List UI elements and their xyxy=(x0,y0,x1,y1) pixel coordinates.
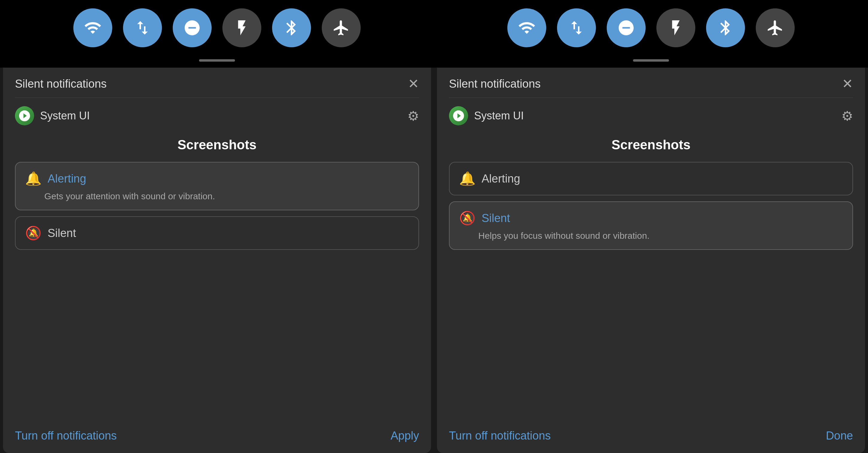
airplane-icon-right[interactable] xyxy=(756,8,795,47)
right-panel: Silent notifications ✕ System UI ⚙ Scree… xyxy=(434,0,868,453)
bluetooth-icon-right[interactable] xyxy=(706,8,745,47)
options-area-right: 🔔 Alerting 🔕 Silent Helps you focus with… xyxy=(437,162,865,419)
app-name-right: System UI xyxy=(474,109,524,122)
bottom-actions-right: Turn off notifications Done xyxy=(437,419,865,453)
drag-bar xyxy=(199,59,235,62)
wifi-icon[interactable] xyxy=(73,8,112,47)
settings-icon-right[interactable]: ⚙ xyxy=(841,108,853,124)
bottom-actions-left: Turn off notifications Apply xyxy=(3,419,431,453)
silent-option-right[interactable]: 🔕 Silent Helps you focus without sound o… xyxy=(449,201,853,250)
data-transfer-icon[interactable] xyxy=(123,8,162,47)
drag-handle-right xyxy=(434,56,868,68)
close-button-left[interactable]: ✕ xyxy=(408,77,419,90)
notification-panel-left: Silent notifications ✕ System UI ⚙ Scree… xyxy=(3,68,431,453)
notif-title-right: Silent notifications xyxy=(449,77,540,90)
app-row-right: System UI ⚙ xyxy=(437,98,865,133)
alerting-option-right[interactable]: 🔔 Alerting xyxy=(449,162,853,195)
alerting-label-right: Alerting xyxy=(482,172,520,185)
silent-label-right: Silent xyxy=(482,212,510,225)
app-row-left: System UI ⚙ xyxy=(3,98,431,133)
quick-settings-right xyxy=(434,0,868,56)
airplane-icon[interactable] xyxy=(322,8,361,47)
turn-off-button-left[interactable]: Turn off notifications xyxy=(15,429,117,442)
alerting-header-left: 🔔 Alerting xyxy=(25,171,409,186)
flashlight-icon[interactable] xyxy=(222,8,261,47)
bluetooth-icon[interactable] xyxy=(272,8,311,47)
quick-settings-left xyxy=(0,0,434,56)
app-info-left: System UI xyxy=(15,106,90,125)
section-title-left: Screenshots xyxy=(3,133,431,162)
dnd-icon[interactable] xyxy=(173,8,212,47)
notif-header-right: Silent notifications ✕ xyxy=(437,68,865,98)
bell-icon-left: 🔔 xyxy=(25,171,41,186)
notif-header-left: Silent notifications ✕ xyxy=(3,68,431,98)
apply-button-left[interactable]: Apply xyxy=(391,429,419,442)
bell-off-icon-right: 🔕 xyxy=(459,211,475,226)
done-button-right[interactable]: Done xyxy=(826,429,853,442)
close-button-right[interactable]: ✕ xyxy=(842,77,853,90)
silent-label-left: Silent xyxy=(48,227,76,240)
wifi-icon-right[interactable] xyxy=(507,8,546,47)
section-title-right: Screenshots xyxy=(437,133,865,162)
turn-off-button-right[interactable]: Turn off notifications xyxy=(449,429,551,442)
alerting-option-left[interactable]: 🔔 Alerting Gets your attention with soun… xyxy=(15,162,419,211)
app-icon-right xyxy=(449,106,468,125)
silent-option-left[interactable]: 🔕 Silent xyxy=(15,216,419,250)
drag-bar-right xyxy=(633,59,669,62)
data-transfer-icon-right[interactable] xyxy=(557,8,596,47)
options-area-left: 🔔 Alerting Gets your attention with soun… xyxy=(3,162,431,419)
silent-header-right: 🔕 Silent xyxy=(459,211,843,226)
silent-header-left: 🔕 Silent xyxy=(25,225,409,241)
left-panel: Silent notifications ✕ System UI ⚙ Scree… xyxy=(0,0,434,453)
dnd-icon-right[interactable] xyxy=(607,8,646,47)
app-name-left: System UI xyxy=(40,109,90,122)
alerting-desc-left: Gets your attention with sound or vibrat… xyxy=(25,191,409,201)
bell-off-icon-left: 🔕 xyxy=(25,225,41,241)
silent-desc-right: Helps you focus without sound or vibrati… xyxy=(459,231,843,241)
settings-icon-left[interactable]: ⚙ xyxy=(407,108,419,124)
flashlight-icon-right[interactable] xyxy=(656,8,695,47)
app-info-right: System UI xyxy=(449,106,524,125)
app-icon-left xyxy=(15,106,34,125)
alerting-label-left: Alerting xyxy=(48,172,86,185)
notif-title-left: Silent notifications xyxy=(15,77,106,90)
alerting-header-right: 🔔 Alerting xyxy=(459,171,843,186)
drag-handle-left xyxy=(0,56,434,68)
notification-panel-right: Silent notifications ✕ System UI ⚙ Scree… xyxy=(437,68,865,453)
bell-icon-right: 🔔 xyxy=(459,171,475,186)
